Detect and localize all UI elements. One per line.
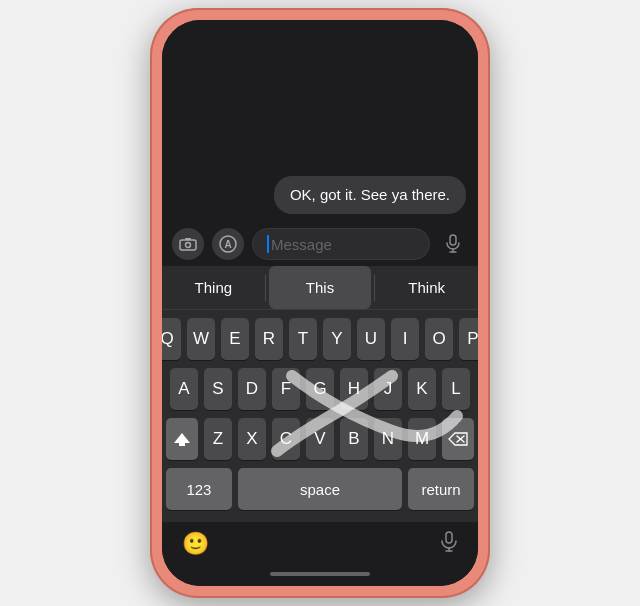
svg-rect-9 xyxy=(179,443,185,446)
key-z[interactable]: Z xyxy=(204,418,232,460)
key-a[interactable]: A xyxy=(170,368,198,410)
key-w[interactable]: W xyxy=(187,318,215,360)
key-j[interactable]: J xyxy=(374,368,402,410)
predictive-bar: Thing This Think xyxy=(162,266,478,310)
key-y[interactable]: Y xyxy=(323,318,351,360)
phone-screen: OK, got it. See ya there. A Message xyxy=(162,20,478,586)
mic-button-input[interactable] xyxy=(438,229,468,259)
keyboard-keys: Q W E R T Y U I O P A S D F G xyxy=(162,310,478,522)
key-s[interactable]: S xyxy=(204,368,232,410)
message-text: OK, got it. See ya there. xyxy=(290,186,450,203)
svg-point-1 xyxy=(186,243,191,248)
mic-button-bottom[interactable] xyxy=(440,531,458,557)
keyboard-row-3: Z X C V B N M xyxy=(166,418,474,460)
keyboard-row-4: 123 space return xyxy=(166,468,474,510)
predictive-right[interactable]: Think xyxy=(375,266,478,309)
key-n[interactable]: N xyxy=(374,418,402,460)
key-i[interactable]: I xyxy=(391,318,419,360)
key-delete[interactable] xyxy=(442,418,474,460)
svg-marker-8 xyxy=(174,433,190,443)
appstore-button[interactable]: A xyxy=(212,228,244,260)
phone-frame: OK, got it. See ya there. A Message xyxy=(150,8,490,598)
key-g[interactable]: G xyxy=(306,368,334,410)
key-h[interactable]: H xyxy=(340,368,368,410)
home-bar xyxy=(270,572,370,576)
key-e[interactable]: E xyxy=(221,318,249,360)
svg-text:A: A xyxy=(224,239,231,250)
input-bar: A Message xyxy=(162,222,478,266)
chat-area: OK, got it. See ya there. xyxy=(162,20,478,222)
key-q[interactable]: Q xyxy=(162,318,181,360)
keyboard-row-2: A S D F G H J K L xyxy=(166,368,474,410)
key-u[interactable]: U xyxy=(357,318,385,360)
key-p[interactable]: P xyxy=(459,318,478,360)
predictive-left[interactable]: Thing xyxy=(162,266,265,309)
key-r[interactable]: R xyxy=(255,318,283,360)
svg-rect-2 xyxy=(185,238,191,240)
message-bubble: OK, got it. See ya there. xyxy=(274,176,466,214)
svg-rect-5 xyxy=(450,235,456,245)
key-k[interactable]: K xyxy=(408,368,436,410)
keyboard-row-1: Q W E R T Y U I O P xyxy=(166,318,474,360)
key-c[interactable]: C xyxy=(272,418,300,460)
key-x[interactable]: X xyxy=(238,418,266,460)
input-placeholder: Message xyxy=(271,236,332,253)
predictive-center[interactable]: This xyxy=(269,266,372,309)
key-v[interactable]: V xyxy=(306,418,334,460)
key-shift[interactable] xyxy=(166,418,198,460)
svg-rect-0 xyxy=(180,240,196,250)
key-space[interactable]: space xyxy=(238,468,402,510)
key-f[interactable]: F xyxy=(272,368,300,410)
key-numbers[interactable]: 123 xyxy=(166,468,232,510)
home-bar-area xyxy=(162,566,478,586)
text-cursor xyxy=(267,235,269,253)
key-b[interactable]: B xyxy=(340,418,368,460)
key-d[interactable]: D xyxy=(238,368,266,410)
message-input-field[interactable]: Message xyxy=(252,228,430,260)
svg-rect-12 xyxy=(446,532,452,543)
emoji-button[interactable]: 🙂 xyxy=(182,531,209,557)
bottom-bar: 🙂 xyxy=(162,522,478,566)
key-return[interactable]: return xyxy=(408,468,474,510)
key-o[interactable]: O xyxy=(425,318,453,360)
camera-button[interactable] xyxy=(172,228,204,260)
predictive-divider-left xyxy=(265,275,266,301)
key-m[interactable]: M xyxy=(408,418,436,460)
key-t[interactable]: T xyxy=(289,318,317,360)
key-l[interactable]: L xyxy=(442,368,470,410)
keyboard: Q W E R T Y U I O P A S D F G xyxy=(162,310,478,522)
